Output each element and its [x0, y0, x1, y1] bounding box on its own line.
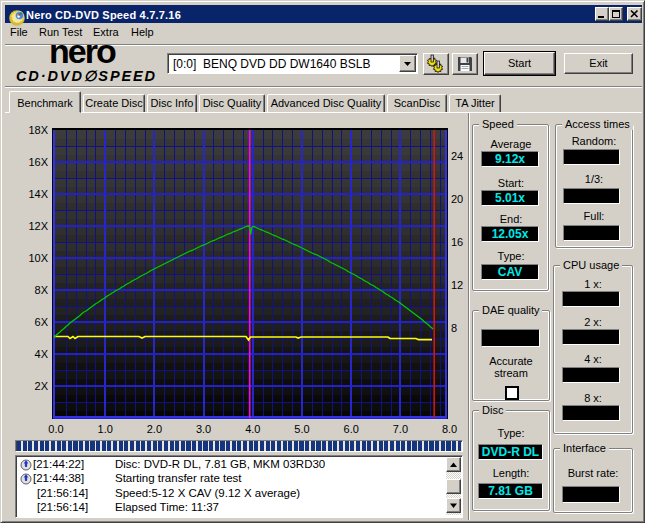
svg-text:12: 12 [451, 279, 463, 291]
svg-text:6X: 6X [35, 316, 49, 328]
svg-text:16: 16 [451, 236, 463, 248]
svg-text:2.0: 2.0 [147, 423, 162, 435]
svg-text:12X: 12X [28, 220, 48, 232]
svg-text:18X: 18X [28, 124, 48, 136]
svg-text:16X: 16X [28, 156, 48, 168]
svg-text:4X: 4X [35, 348, 49, 360]
svg-text:7.0: 7.0 [393, 423, 408, 435]
svg-text:20: 20 [451, 193, 463, 205]
svg-text:1.0: 1.0 [98, 423, 113, 435]
svg-text:24: 24 [451, 150, 463, 162]
svg-text:10X: 10X [28, 252, 48, 264]
svg-text:8X: 8X [35, 284, 49, 296]
svg-text:6.0: 6.0 [344, 423, 359, 435]
svg-text:8: 8 [451, 322, 457, 334]
svg-text:2X: 2X [35, 380, 49, 392]
svg-text:0.0: 0.0 [48, 423, 63, 435]
svg-text:3.0: 3.0 [196, 423, 211, 435]
svg-text:4.0: 4.0 [245, 423, 260, 435]
svg-text:5.0: 5.0 [294, 423, 309, 435]
svg-text:14X: 14X [28, 188, 48, 200]
svg-text:8.0: 8.0 [442, 423, 457, 435]
